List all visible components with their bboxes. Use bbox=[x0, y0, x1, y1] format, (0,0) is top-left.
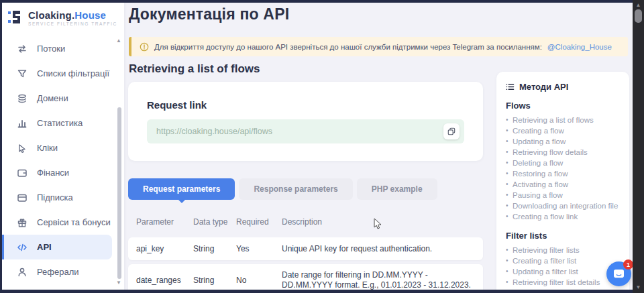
page-title: Документація по API bbox=[129, 5, 289, 23]
method-link[interactable]: Creating a flow bbox=[506, 125, 620, 136]
section-title: Retrieving a list of flows bbox=[129, 62, 260, 76]
globe-icon bbox=[17, 93, 28, 104]
browser-scrollbar[interactable]: ▲ ▼ bbox=[633, 0, 644, 293]
telegram-link[interactable]: @Cloaking_House bbox=[547, 43, 612, 51]
bar-chart-icon bbox=[17, 118, 28, 129]
logo[interactable]: Cloaking.House SERVICE FILTERING TRAFFIC bbox=[7, 9, 117, 26]
logo-text: Cloaking.House SERVICE FILTERING TRAFFIC bbox=[28, 9, 117, 26]
brand-primary: Cloaking. bbox=[28, 9, 74, 21]
col-header-parameter: Parameter bbox=[136, 217, 193, 227]
cell-required: Yes bbox=[236, 244, 282, 253]
col-header-required: Required bbox=[236, 217, 282, 227]
cell-required: No bbox=[236, 276, 282, 285]
scrollbar-thumb[interactable] bbox=[635, 9, 642, 23]
sidebar-item-label: Потоки bbox=[37, 44, 65, 54]
sidebar-item-statistics[interactable]: Статистика bbox=[2, 111, 124, 135]
list-icon bbox=[506, 82, 515, 91]
chat-notification-badge: 1 bbox=[623, 259, 633, 270]
method-link[interactable]: Retrieving filter lists bbox=[506, 245, 620, 255]
sidebar-item-finance[interactable]: Фінанси bbox=[2, 160, 124, 185]
logo-tagline: SERVICE FILTERING TRAFFIC bbox=[28, 21, 117, 26]
filter-icon bbox=[17, 68, 28, 79]
method-link[interactable]: Pausing a flow bbox=[506, 190, 620, 200]
table-header-row: Parameter Data type Required Description bbox=[128, 208, 483, 236]
methods-group-filter-lists: Filter lists bbox=[506, 231, 620, 241]
cell-parameter: date_ranges bbox=[136, 276, 193, 285]
gift-icon bbox=[17, 217, 28, 228]
method-link[interactable]: Deleting a flow bbox=[506, 158, 620, 168]
method-link[interactable]: Restoring a flow bbox=[506, 168, 620, 179]
scroll-down-icon[interactable]: ▼ bbox=[633, 284, 644, 291]
method-link[interactable]: Creating a flow link bbox=[506, 211, 620, 222]
cell-description: Unique API key for request authenticatio… bbox=[282, 244, 483, 254]
method-link[interactable]: Deleting a filter list bbox=[506, 288, 620, 290]
request-link-card: Request link https://cloaking.house/api/… bbox=[128, 82, 483, 161]
sidebar-item-domains[interactable]: Домени bbox=[2, 86, 124, 111]
method-link[interactable]: Retrieving a list of flows bbox=[506, 115, 620, 125]
copy-icon bbox=[447, 127, 455, 135]
cell-description: Date range for filtering in DD.MM.YYYY -… bbox=[282, 270, 483, 290]
chat-widget-button[interactable]: 1 bbox=[606, 261, 631, 286]
banner-text: Для відкриття доступу до нашого API звер… bbox=[154, 43, 542, 51]
person-icon bbox=[17, 267, 28, 278]
cell-data-type: String bbox=[193, 244, 236, 253]
card-icon bbox=[17, 192, 28, 203]
sidebar-item-services[interactable]: Сервіси та бонуси bbox=[2, 210, 124, 235]
sidebar-item-label: Сервіси та бонуси bbox=[37, 217, 111, 227]
flows-icon bbox=[17, 44, 28, 54]
cursor-click-icon bbox=[17, 143, 28, 154]
tab-request-parameters[interactable]: Request parameters bbox=[128, 178, 235, 200]
request-url: https://cloaking.house/api/flows bbox=[156, 127, 272, 136]
sidebar-item-label: API bbox=[37, 242, 52, 252]
request-link-title: Request link bbox=[147, 99, 207, 111]
table-row[interactable]: api_key String Yes Unique API key for re… bbox=[128, 237, 483, 260]
method-link[interactable]: Retrieving filter list details bbox=[506, 277, 620, 288]
info-icon bbox=[140, 42, 149, 52]
method-link[interactable]: Creating a filter list bbox=[506, 255, 620, 266]
api-methods-header: Методи API bbox=[506, 82, 620, 92]
sidebar-item-flows[interactable]: Потоки bbox=[2, 36, 124, 61]
table-row[interactable]: date_ranges String No Date range for fil… bbox=[128, 264, 483, 290]
method-link[interactable]: Updating a flow bbox=[506, 136, 620, 147]
sidebar-nav: Потоки Списки фільтрації Домени Статисти… bbox=[2, 36, 124, 284]
copy-url-button[interactable] bbox=[443, 123, 460, 139]
sidebar-item-subscription[interactable]: Підписка bbox=[2, 185, 124, 210]
method-link[interactable]: Downloading an integration file bbox=[506, 200, 620, 211]
sidebar-item-filter-lists[interactable]: Списки фільтрації bbox=[2, 61, 124, 86]
sidebar-item-label: Фінанси bbox=[37, 168, 69, 178]
method-link[interactable]: Retrieving flow details bbox=[506, 147, 620, 158]
cell-data-type: String bbox=[193, 276, 236, 285]
sidebar-item-clicks[interactable]: Кліки bbox=[2, 135, 124, 160]
sidebar-item-label: Домени bbox=[37, 93, 68, 103]
method-link[interactable]: Updating a filter list bbox=[506, 266, 620, 277]
sidebar-item-label: Статистика bbox=[37, 118, 83, 128]
sidebar: Cloaking.House SERVICE FILTERING TRAFFIC… bbox=[2, 3, 124, 290]
method-link[interactable]: Activating a flow bbox=[506, 179, 620, 190]
tab-response-parameters[interactable]: Response parameters bbox=[239, 178, 352, 200]
tab-php-example[interactable]: PHP example bbox=[357, 178, 437, 200]
methods-group-flows: Flows bbox=[506, 101, 620, 111]
info-banner: Для відкриття доступу до нашого API звер… bbox=[129, 37, 628, 56]
sidebar-item-label: Списки фільтрації bbox=[37, 68, 109, 78]
wallet-icon bbox=[17, 168, 28, 178]
api-methods-title: Методи API bbox=[519, 82, 568, 92]
brand-accent: House bbox=[74, 9, 106, 21]
cell-parameter: api_key bbox=[136, 244, 193, 253]
request-url-box: https://cloaking.house/api/flows bbox=[147, 119, 464, 143]
sidebar-item-label: Підписка bbox=[37, 192, 73, 202]
sidebar-item-label: Кліки bbox=[37, 143, 58, 153]
col-header-description: Description bbox=[282, 217, 483, 227]
page: Cloaking.House SERVICE FILTERING TRAFFIC… bbox=[2, 3, 633, 290]
col-header-data-type: Data type bbox=[193, 217, 236, 227]
chat-bubble-icon bbox=[613, 269, 625, 279]
sidebar-item-label: Реферали bbox=[37, 267, 79, 277]
code-icon bbox=[17, 242, 28, 253]
logo-icon bbox=[7, 9, 23, 26]
sidebar-item-referrals[interactable]: Реферали bbox=[2, 259, 124, 284]
scroll-up-icon[interactable]: ▲ bbox=[633, 2, 644, 9]
api-methods-panel: Методи API Flows Retrieving a list of fl… bbox=[496, 72, 629, 290]
sidebar-item-api[interactable]: API bbox=[2, 235, 112, 259]
main-content: Документація по API Для відкриття доступ… bbox=[124, 3, 633, 290]
parameter-tabs: Request parameters Response parameters P… bbox=[128, 178, 437, 200]
